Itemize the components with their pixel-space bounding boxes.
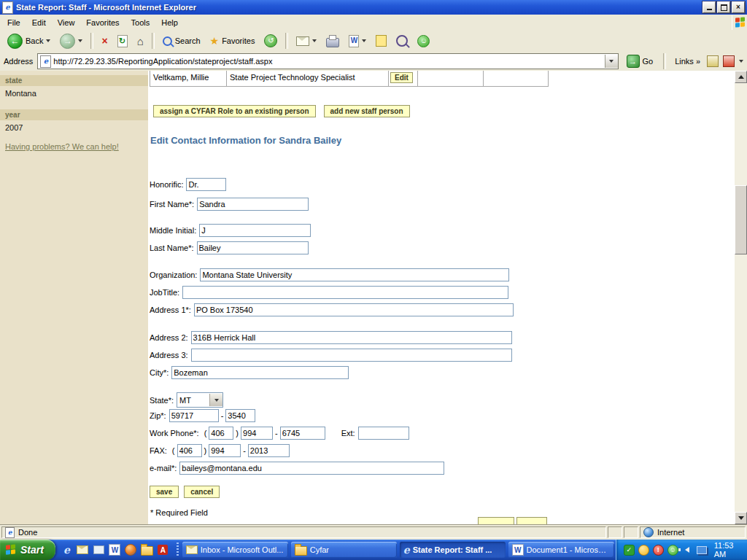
- cancel-button[interactable]: cancel: [184, 486, 220, 498]
- scroll-up-button[interactable]: [735, 71, 747, 83]
- taskbar-divider: [177, 542, 179, 557]
- quicklaunch-ie-icon[interactable]: e: [61, 544, 73, 556]
- add-new-staff-button[interactable]: add new staff person: [324, 105, 410, 117]
- mail-dropdown-icon[interactable]: [312, 39, 317, 42]
- help-link[interactable]: Having problems? We can help!: [5, 142, 119, 151]
- address-dropdown-button[interactable]: [605, 55, 618, 68]
- close-button[interactable]: ×: [732, 1, 745, 13]
- favorites-button[interactable]: ★ Favorites: [206, 34, 259, 47]
- quicklaunch-acrobat-icon[interactable]: A: [157, 544, 169, 556]
- search-button[interactable]: Search: [159, 35, 204, 47]
- state-select[interactable]: MT: [177, 392, 223, 408]
- security-shield-icon[interactable]: ✓: [624, 545, 635, 556]
- browser-viewport: state Montana year 2007 Having problems?…: [0, 71, 747, 524]
- address2-input[interactable]: [191, 331, 512, 344]
- discuss-icon: [376, 35, 387, 47]
- work-phone-area-input[interactable]: [209, 427, 233, 440]
- edit-with-word-button[interactable]: W: [345, 34, 370, 49]
- address1-input[interactable]: [194, 303, 514, 316]
- research-button[interactable]: [392, 34, 411, 48]
- discuss-button[interactable]: [372, 34, 390, 48]
- sidebar-state-header: state: [0, 75, 148, 86]
- volume-icon[interactable]: [682, 545, 693, 556]
- home-button[interactable]: ⌂: [133, 34, 147, 48]
- messenger-button[interactable]: ☺: [414, 34, 433, 49]
- quicklaunch-show-desktop-icon[interactable]: [93, 544, 105, 556]
- menu-help[interactable]: Help: [155, 16, 184, 29]
- zip-label: Zip*:: [150, 411, 166, 420]
- alert-icon[interactable]: !: [653, 545, 664, 556]
- vertical-scrollbar[interactable]: [735, 71, 747, 524]
- address3-input[interactable]: [191, 349, 512, 362]
- form-row-job-title: JobTitle:: [150, 286, 508, 299]
- ext-input[interactable]: [358, 427, 409, 440]
- city-input[interactable]: [171, 366, 349, 379]
- menu-edit[interactable]: Edit: [26, 16, 52, 29]
- partial-button: [516, 517, 547, 524]
- start-button[interactable]: Start: [0, 540, 55, 560]
- task-button-cyfar-folder[interactable]: Cyfar: [291, 542, 397, 558]
- go-button[interactable]: → Go: [623, 53, 657, 69]
- honorific-input[interactable]: [186, 178, 226, 191]
- fax-prefix-input[interactable]: [209, 444, 241, 457]
- menu-tools[interactable]: Tools: [125, 16, 156, 29]
- save-button[interactable]: save: [150, 486, 179, 498]
- fax-area-input[interactable]: [177, 444, 202, 457]
- address-extra-icon-2[interactable]: [723, 55, 735, 67]
- minimize-button[interactable]: [703, 1, 716, 13]
- title-bar[interactable]: e State Report: Staff - Microsoft Intern…: [0, 0, 747, 15]
- assign-cyfar-role-button[interactable]: assign a CYFAR Role to an existing perso…: [153, 105, 316, 117]
- print-button[interactable]: [322, 34, 343, 49]
- mail-button[interactable]: [293, 35, 320, 47]
- menu-view[interactable]: View: [52, 16, 81, 29]
- restore-button[interactable]: [717, 1, 730, 13]
- edit-staff-button[interactable]: Edit: [390, 72, 413, 83]
- menu-favorites[interactable]: Favorites: [80, 16, 125, 29]
- forward-button[interactable]: →: [56, 32, 86, 50]
- task-button-state-report[interactable]: e State Report: Staff ...: [400, 542, 506, 558]
- address-field[interactable]: e: [37, 53, 618, 69]
- links-button[interactable]: Links »: [673, 57, 703, 66]
- refresh-button[interactable]: ↻: [114, 34, 131, 49]
- task-button-word-document[interactable]: W Document1 - Microsof...: [508, 542, 614, 558]
- quicklaunch-outlook-icon[interactable]: [77, 544, 89, 556]
- address-extra-icon-1[interactable]: [707, 55, 719, 67]
- form-row-first-name: First Name*:: [150, 198, 309, 211]
- clock[interactable]: 11:53 AM: [714, 541, 740, 559]
- menu-file[interactable]: File: [1, 16, 26, 29]
- zip-input[interactable]: [169, 409, 219, 422]
- staff-empty-cell: [418, 71, 484, 86]
- address-extra-dropdown-icon[interactable]: [739, 60, 743, 63]
- messenger-tray-icon[interactable]: ☺: [667, 545, 678, 556]
- middle-initial-input[interactable]: [199, 224, 311, 237]
- back-dropdown-icon[interactable]: [46, 39, 50, 42]
- back-button[interactable]: ← Back: [4, 32, 54, 50]
- job-title-input[interactable]: [182, 286, 508, 299]
- scroll-down-button[interactable]: [735, 512, 747, 524]
- quicklaunch-word-icon[interactable]: W: [109, 544, 121, 556]
- zip-plus4-input[interactable]: [225, 409, 255, 422]
- task-button-outlook[interactable]: Inbox - Microsoft Outl...: [182, 542, 288, 558]
- work-phone-prefix-input[interactable]: [241, 427, 273, 440]
- first-name-input[interactable]: [197, 198, 309, 211]
- print-icon: [326, 38, 339, 47]
- network-icon[interactable]: [697, 545, 708, 556]
- quicklaunch-media-player-icon[interactable]: [125, 544, 137, 556]
- forward-dropdown-icon[interactable]: [78, 39, 82, 42]
- refresh-icon: ↻: [117, 35, 128, 47]
- staff-title-cell: State Project Technology Specialist: [227, 71, 389, 86]
- email-input[interactable]: [179, 462, 444, 475]
- address-input[interactable]: [53, 55, 602, 67]
- work-phone-line-input[interactable]: [280, 427, 325, 440]
- quicklaunch-folder-icon[interactable]: [141, 544, 153, 556]
- organization-input[interactable]: [200, 268, 509, 281]
- last-name-input[interactable]: [197, 241, 309, 254]
- state-select-arrow[interactable]: [209, 394, 222, 406]
- history-button[interactable]: ↺: [260, 33, 281, 49]
- stop-button[interactable]: ×: [98, 34, 111, 47]
- fax-line-input[interactable]: [248, 444, 290, 457]
- windows-update-icon[interactable]: [638, 545, 649, 556]
- scrollbar-thumb[interactable]: [735, 185, 747, 254]
- edit-dropdown-icon[interactable]: [362, 39, 366, 42]
- required-field-note: * Required Field: [150, 508, 208, 517]
